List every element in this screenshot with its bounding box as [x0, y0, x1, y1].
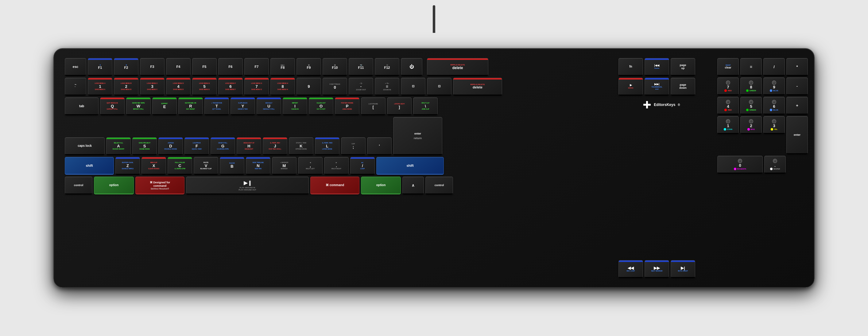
- key-e[interactable]: EXPORT E: [152, 97, 177, 115]
- key-d[interactable]: +NODES D DISABLE GRADE: [158, 137, 183, 155]
- key-7[interactable]: LOAD MENU G 7 SAVE MENU G: [244, 78, 269, 95]
- key-s[interactable]: SAVE PROJECT S SCENE MODE: [132, 137, 157, 155]
- key-command-left[interactable]: ⌘ Designed for command DaVinci Resolve®: [135, 177, 184, 194]
- key-clear[interactable]: SNAP clear: [717, 58, 739, 76]
- key-np-9[interactable]: 9 BLUE: [763, 78, 785, 95]
- key-f1[interactable]: ✦ F1: [88, 58, 112, 76]
- key-period[interactable]: ▶ . MULTI RIGHT: [324, 157, 349, 175]
- key-g[interactable]: GRAB STILL G S.S.MODE+PIPE: [211, 137, 235, 155]
- key-comma[interactable]: ◀ , MULTI LEFT: [298, 157, 322, 175]
- key-n[interactable]: NEW TIMELINE N NEW BIN: [246, 157, 270, 175]
- key-np-2[interactable]: 2 MAG: [740, 116, 762, 134]
- key-option-right[interactable]: option: [361, 177, 401, 194]
- key-page-up[interactable]: page up: [671, 58, 695, 76]
- key-np-7[interactable]: 7 RED: [717, 78, 739, 95]
- key-f4[interactable]: F4: [166, 58, 191, 76]
- key-equal[interactable]: + Q+ = ZOOM IN: [375, 78, 399, 95]
- key-f7[interactable]: F7: [244, 58, 269, 76]
- key-f10[interactable]: 🖥 F10: [322, 58, 347, 76]
- key-semicolon[interactable]: GAP ;: [341, 137, 366, 155]
- key-9[interactable]: 9: [297, 78, 321, 95]
- key-np-1[interactable]: 1 CYAN: [717, 116, 739, 134]
- key-f6[interactable]: F6: [218, 58, 243, 76]
- key-m[interactable]: + MARKER M MARKER: [272, 157, 297, 175]
- key-fn[interactable]: fn: [618, 58, 643, 76]
- key-np-divide[interactable]: /: [763, 58, 785, 76]
- key-np-dot[interactable]: . MASTER: [764, 156, 786, 174]
- key-3[interactable]: LOAD MENU C 3 SAVE MENU C: [140, 78, 164, 95]
- key-f[interactable]: LIGHTBOX F EQUAL VIEW: [184, 137, 209, 155]
- key-np-6[interactable]: 6 BLUE: [763, 97, 785, 115]
- key-shift-left[interactable]: shift: [65, 157, 114, 175]
- key-bracket-open[interactable]: ⊡: [401, 78, 425, 95]
- key-fwd-fast[interactable]: ▶▶ NEXT MARKER: [645, 260, 669, 278]
- key-option-left[interactable]: option: [94, 177, 134, 194]
- key-np-equal[interactable]: =: [740, 58, 762, 76]
- key-f5[interactable]: F5: [192, 58, 217, 76]
- key-f3[interactable]: F3: [140, 58, 164, 76]
- key-np-8[interactable]: 8 GREEN: [740, 78, 762, 95]
- key-y[interactable]: CLIPS BACK Y GRAB'S TWO: [230, 97, 255, 115]
- key-brace-close[interactable]: +STATIC KEYF ]: [387, 97, 412, 115]
- key-backslash[interactable]: SPLIT CLP \ JOIN CLIP: [413, 97, 438, 115]
- key-t[interactable]: + TRANSITION T Q/T TRANS.: [205, 97, 229, 115]
- key-l[interactable]: 1L PERF. FWD L LAYER MODE: [315, 137, 339, 155]
- key-v[interactable]: PASTE V BLANKET CLIP: [194, 157, 218, 175]
- key-z[interactable]: BUFFER CHAN. Z ENABLE WIPES: [115, 157, 140, 175]
- key-5[interactable]: LOAD MENU E 5 SAVE MENU E: [192, 78, 217, 95]
- key-shift-right[interactable]: shift: [376, 157, 444, 175]
- key-o[interactable]: CLEAN OUT O GO TO OUT: [309, 97, 333, 115]
- key-command-right[interactable]: ⌘ command: [310, 177, 360, 194]
- key-power[interactable]: ⏻: [401, 58, 422, 76]
- key-a[interactable]: SELECT ALL A RAZOR ON/OFF: [106, 137, 131, 155]
- key-caps-lock[interactable]: caps lock: [65, 137, 105, 155]
- key-b[interactable]: RAZOR B: [220, 157, 244, 175]
- key-home[interactable]: |◀◀ home: [645, 58, 669, 76]
- key-delete-nav[interactable]: ▶ delete: [618, 78, 643, 95]
- key-r[interactable]: KEYFRAME ON R KEY RESET: [178, 97, 203, 115]
- key-f8[interactable]: ▶▶| F8: [270, 58, 295, 76]
- key-rev-fast[interactable]: ◀◀ REV. LOOP: [618, 260, 643, 278]
- key-esc[interactable]: esc: [65, 58, 86, 76]
- key-brace-open[interactable]: LAZYFRAME [: [361, 97, 385, 115]
- key-np-0[interactable]: 0 MAGENTA: [717, 156, 763, 174]
- key-tilde[interactable]: ~`: [65, 78, 86, 95]
- key-np-4[interactable]: 4 RED: [717, 97, 739, 115]
- key-enter[interactable]: enter return: [393, 117, 442, 155]
- key-q[interactable]: QUIT RESOLVE Q EXPORT STILL: [100, 97, 125, 115]
- key-f9[interactable]: 🖥 F9: [297, 58, 321, 76]
- key-i[interactable]: IMPORT I CLEAN IN: [283, 97, 307, 115]
- key-f2[interactable]: ✶ F2: [114, 58, 138, 76]
- key-page-down[interactable]: page down: [671, 78, 695, 95]
- key-control-right[interactable]: control: [425, 177, 453, 194]
- key-np-multiply[interactable]: *: [786, 58, 808, 76]
- key-np-5[interactable]: 5 GREEN: [740, 97, 762, 115]
- key-p[interactable]: POSTER FRAME P LINEA MODE: [335, 97, 360, 115]
- key-1[interactable]: LOAD MENU A 1 SAVE MENU A: [88, 78, 112, 95]
- key-w[interactable]: SHOW REF WIPE W IMPORT STILL: [126, 97, 151, 115]
- key-c[interactable]: FULL COLOR C +L.ROPE+CPM: [167, 157, 192, 175]
- key-slash[interactable]: ▶| / LOOP: [350, 157, 375, 175]
- key-2[interactable]: LOAD MENU B 2 SAVE MENU B: [114, 78, 138, 95]
- key-6[interactable]: LOAD MENU F 6 SAVE MENU F: [218, 78, 243, 95]
- key-f11[interactable]: 📷 F11: [349, 58, 373, 76]
- key-k[interactable]: STOP D. TRIM K APPEND MODE: [289, 137, 313, 155]
- key-np-enter[interactable]: enter: [786, 116, 808, 154]
- key-4[interactable]: LOAD MENU D 4 SAVE MENU D: [166, 78, 191, 95]
- key-arrow-up-outer[interactable]: ∧: [402, 177, 424, 194]
- key-np-plus[interactable]: +: [786, 97, 808, 115]
- key-minus[interactable]: - Q- - ZOOM OUT: [349, 78, 373, 95]
- key-0[interactable]: F.SETTINGS 0: [322, 78, 347, 95]
- key-end[interactable]: ▶▶| THUMBNAIL end: [645, 78, 669, 95]
- key-control-left[interactable]: control: [65, 177, 92, 194]
- key-h[interactable]: HIGHLIGHT UF H HIGHLIGHT: [237, 137, 261, 155]
- key-x[interactable]: MINI CUP X CLEAR NODES: [142, 157, 166, 175]
- key-np-minus[interactable]: -: [786, 78, 808, 95]
- key-delete-top[interactable]: RIPPLE DELETE delete: [427, 58, 488, 76]
- key-spacebar[interactable]: ▶ ‖ PLAY AROUND IN PLAY AROUND OUT: [186, 177, 309, 194]
- key-backspace[interactable]: RIPPLE DELETE delete: [453, 78, 502, 95]
- key-j[interactable]: 1L PERF. REV J FAST REV+ROLL: [263, 137, 287, 155]
- key-8[interactable]: LOAD MENU H 8 SAVE MENU H: [270, 78, 295, 95]
- key-quote[interactable]: ': [367, 137, 392, 155]
- key-f12[interactable]: ⊡ F12: [375, 58, 399, 76]
